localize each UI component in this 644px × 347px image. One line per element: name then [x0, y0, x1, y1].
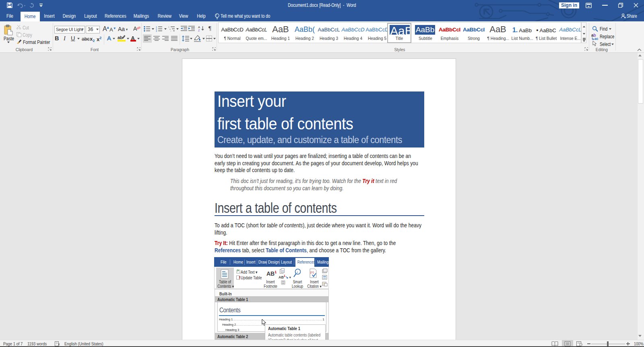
- svg-text:3: 3: [156, 30, 157, 32]
- svg-text:i: i: [171, 30, 171, 32]
- svg-text:Z: Z: [198, 29, 200, 32]
- svg-text:(i): (i): [282, 270, 284, 272]
- svg-text:!: !: [239, 276, 240, 280]
- svg-text:x: x: [58, 342, 60, 346]
- svg-text:i: i: [297, 270, 298, 274]
- svg-text:(=): (=): [310, 271, 314, 274]
